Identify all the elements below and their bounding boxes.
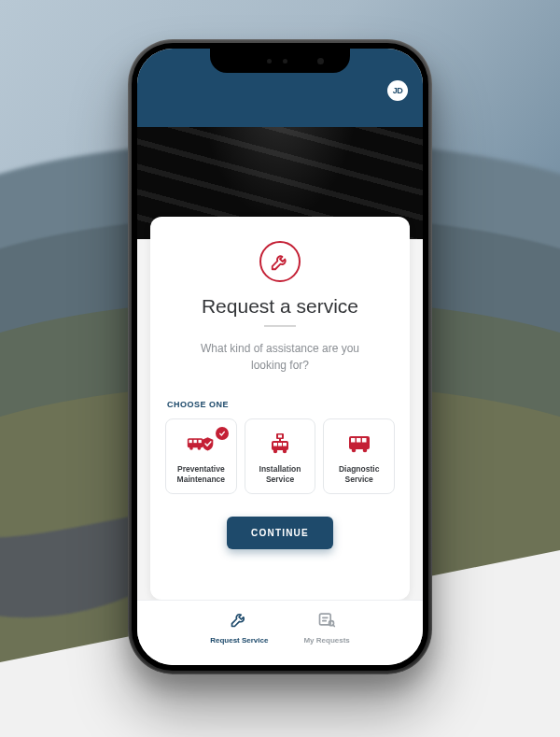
svg-rect-1	[189, 440, 192, 443]
wrench-icon	[259, 241, 301, 282]
option-installation-service[interactable]: InstallationService	[245, 418, 316, 494]
bus-shield-icon	[187, 431, 215, 457]
tab-my-requests[interactable]: My Requests	[303, 610, 349, 665]
continue-button[interactable]: CONTINUE	[227, 517, 333, 549]
page-subtitle: What kind of assistance are you looking …	[196, 340, 364, 374]
bus-diagnostic-icon	[347, 431, 371, 457]
svg-point-12	[273, 449, 277, 453]
svg-rect-17	[362, 438, 367, 443]
svg-point-13	[283, 449, 287, 453]
option-label: PreventativeMaintenance	[177, 464, 226, 484]
svg-rect-15	[351, 438, 356, 443]
tab-label: My Requests	[303, 636, 349, 645]
svg-rect-2	[194, 440, 197, 443]
svg-point-5	[198, 446, 202, 450]
svg-rect-7	[278, 435, 282, 438]
choose-one-label: CHOOSE ONE	[165, 400, 229, 409]
option-label: InstallationService	[259, 464, 301, 484]
svg-rect-10	[278, 443, 282, 446]
bottom-tabbar: Request Service My Requests	[137, 600, 423, 665]
brand-badge: JD	[387, 80, 408, 101]
tab-label: Request Service	[210, 636, 268, 645]
app-screen: JD Request a service What kind of assist…	[137, 49, 423, 665]
check-icon	[216, 427, 229, 440]
service-options: PreventativeMaintenance	[165, 418, 395, 494]
device-notch	[210, 49, 350, 73]
page-title: Request a service	[202, 295, 358, 318]
svg-line-24	[333, 625, 335, 627]
bus-install-icon	[268, 431, 292, 457]
svg-rect-9	[273, 443, 277, 446]
svg-point-18	[351, 448, 356, 453]
option-label: DiagnosticService	[339, 464, 379, 484]
phone-frame: JD Request a service What kind of assist…	[128, 39, 432, 674]
option-diagnostic-service[interactable]: DiagnosticService	[323, 418, 395, 494]
requests-icon	[317, 610, 336, 632]
wrench-icon	[230, 610, 248, 632]
svg-rect-11	[283, 443, 287, 446]
svg-point-19	[362, 448, 367, 453]
tab-request-service[interactable]: Request Service	[210, 610, 268, 665]
svg-point-4	[189, 446, 193, 450]
svg-rect-16	[357, 438, 361, 443]
option-preventative-maintenance[interactable]: PreventativeMaintenance	[165, 418, 237, 494]
title-underline	[264, 325, 296, 327]
request-card: Request a service What kind of assistanc…	[150, 217, 410, 600]
svg-rect-3	[199, 440, 202, 443]
